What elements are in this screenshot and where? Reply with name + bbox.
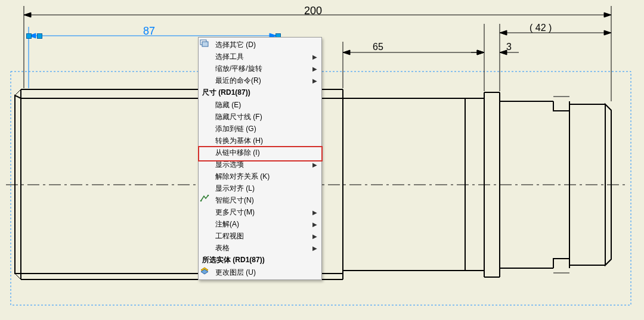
menu-label: 更多尺寸(M) — [215, 207, 312, 218]
blank-icon — [202, 243, 213, 253]
menu-annotations[interactable]: 注解(A) ▶ — [200, 218, 320, 230]
menu-tables[interactable]: 表格 ▶ — [200, 242, 320, 254]
menu-header-selected-entity: 所选实体 (RD1(87)) — [200, 254, 320, 266]
dim-87[interactable]: 87 — [143, 25, 155, 38]
submenu-arrow-icon: ▶ — [312, 209, 318, 216]
menu-convert-to-base[interactable]: 转换为基体 (H) — [200, 135, 320, 147]
menu-label: 解除对齐关系 (K) — [215, 172, 320, 182]
menu-label: 表格 — [215, 243, 312, 253]
dim-handle[interactable] — [37, 33, 42, 39]
submenu-arrow-icon: ▶ — [312, 66, 318, 72]
menu-label: 显示选项 — [215, 160, 312, 170]
blank-icon — [202, 219, 213, 229]
menu-header-dimension: 尺寸 (RD1(87)) — [200, 86, 320, 99]
layer-icon — [202, 268, 213, 277]
menu-select-tools[interactable]: 选择工具 ▶ — [200, 51, 320, 63]
menu-label: 隐藏 (E) — [215, 100, 320, 110]
menu-label: 从链中移除 (I) — [215, 148, 320, 158]
blank-icon — [202, 207, 213, 217]
blank-icon — [202, 231, 213, 241]
svg-marker-16 — [477, 50, 484, 55]
blank-icon — [202, 172, 213, 181]
menu-remove-from-chain[interactable]: 从链中移除 (I) — [200, 147, 320, 159]
submenu-arrow-icon: ▶ — [312, 245, 318, 251]
menu-label: 转换为基体 (H) — [215, 136, 320, 146]
menu-label: 隐藏尺寸线 (F) — [215, 112, 320, 122]
blank-icon — [202, 52, 213, 61]
svg-marker-11 — [500, 30, 507, 35]
svg-marker-12 — [604, 30, 611, 35]
menu-label: 缩放/平移/旋转 — [215, 64, 312, 74]
blank-icon — [202, 124, 213, 133]
menu-label: 选择其它 (D) — [215, 40, 320, 50]
menu-label: 添加到链 (G) — [215, 124, 320, 134]
menu-zoom-pan-rotate[interactable]: 缩放/平移/旋转 ▶ — [200, 63, 320, 74]
menu-label: 智能尺寸(N) — [215, 195, 320, 206]
submenu-arrow-icon: ▶ — [312, 221, 318, 228]
menu-display-options[interactable]: 显示选项 ▶ — [200, 159, 320, 170]
svg-marker-2 — [604, 13, 611, 17]
blank-icon — [202, 148, 213, 157]
menu-label: 注解(A) — [215, 219, 312, 229]
submenu-arrow-icon: ▶ — [312, 233, 318, 240]
menu-label: 最近的命令(R) — [215, 76, 312, 86]
menu-label: 显示对齐 (L) — [215, 184, 320, 194]
menu-drawing-views[interactable]: 工程视图 ▶ — [200, 230, 320, 242]
blank-icon — [202, 64, 213, 73]
menu-select-other[interactable]: 选择其它 (D) — [200, 39, 320, 51]
submenu-arrow-icon: ▶ — [312, 54, 318, 60]
blank-icon — [202, 136, 213, 145]
blank-icon — [202, 184, 213, 193]
blank-icon — [202, 112, 213, 122]
smart-dimension-icon — [202, 195, 213, 205]
svg-marker-6 — [343, 50, 350, 55]
menu-more-dimensions[interactable]: 更多尺寸(M) ▶ — [200, 206, 320, 218]
select-other-icon — [202, 40, 213, 49]
menu-label: 更改图层 (U) — [215, 268, 320, 278]
menu-label: 工程视图 — [215, 231, 312, 241]
part-drawing — [0, 0, 644, 320]
menu-smart-dimension[interactable]: 智能尺寸(N) — [200, 194, 320, 206]
svg-point-24 — [200, 200, 202, 202]
dim-65[interactable]: 65 — [373, 42, 383, 52]
menu-change-layer[interactable]: 更改图层 (U) — [200, 266, 320, 278]
menu-break-alignment[interactable]: 解除对齐关系 (K) — [200, 170, 320, 182]
menu-recent-commands[interactable]: 最近的命令(R) ▶ — [200, 74, 320, 86]
svg-rect-23 — [202, 42, 208, 46]
menu-hide[interactable]: 隐藏 (E) — [200, 99, 320, 111]
blank-icon — [202, 100, 213, 110]
svg-point-25 — [208, 195, 209, 197]
blank-icon — [202, 76, 213, 85]
dim-handle[interactable] — [26, 33, 32, 39]
submenu-arrow-icon: ▶ — [312, 77, 318, 84]
dim-200[interactable]: 200 — [304, 5, 322, 17]
dim-42[interactable]: ( 42 ) — [530, 23, 552, 33]
submenu-arrow-icon: ▶ — [312, 161, 318, 168]
menu-hide-dim-line[interactable]: 隐藏尺寸线 (F) — [200, 111, 320, 123]
context-menu: 选择其它 (D) 选择工具 ▶ 缩放/平移/旋转 ▶ 最近的命令(R) ▶ 尺寸… — [198, 37, 322, 280]
drawing-canvas[interactable]: 200 87 65 ( 42 ) 3 — [0, 0, 644, 320]
menu-add-to-chain[interactable]: 添加到链 (G) — [200, 123, 320, 135]
svg-marker-1 — [24, 13, 31, 17]
menu-label: 选择工具 — [215, 52, 312, 62]
blank-icon — [202, 160, 213, 169]
menu-show-alignment[interactable]: 显示对齐 (L) — [200, 182, 320, 194]
dim-3[interactable]: 3 — [506, 42, 512, 52]
